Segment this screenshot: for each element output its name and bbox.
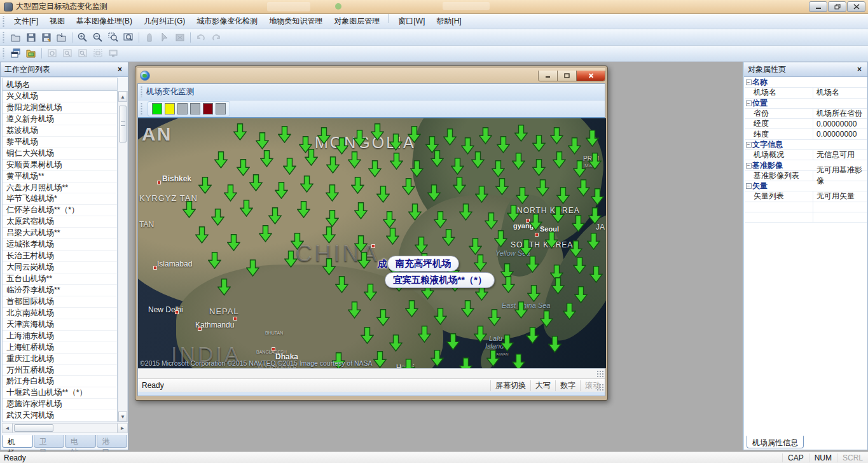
airport-arrow-marker[interactable] [233, 123, 247, 141]
airport-arrow-marker[interactable] [573, 160, 586, 177]
airport-arrow-marker[interactable] [389, 335, 403, 352]
airport-arrow-marker[interactable] [475, 186, 488, 203]
list-item[interactable]: 上海虹桥机场 [3, 342, 117, 354]
property-row[interactable]: 矢量列表无可用矢量 [745, 191, 867, 202]
list-item[interactable]: 兴义机场 [3, 91, 117, 102]
export-icon[interactable] [55, 31, 69, 44]
airport-arrow-marker[interactable] [492, 160, 505, 177]
menu-item-[interactable]: 视图 [44, 14, 71, 29]
redo-icon[interactable] [209, 31, 223, 44]
airport-arrow-marker[interactable] [297, 201, 310, 218]
airport-arrow-marker[interactable] [459, 357, 472, 368]
legend-swatch-3[interactable] [190, 103, 200, 114]
property-row[interactable]: 机场名机场名 [745, 88, 867, 98]
list-item[interactable]: 黔江舟白机场 [3, 376, 117, 387]
airport-arrow-marker[interactable] [527, 285, 541, 302]
airport-arrow-marker[interactable] [322, 258, 336, 275]
menu-item-G[interactable]: 几何纠正(G) [138, 14, 191, 29]
airport-arrow-marker[interactable] [275, 182, 288, 199]
airport-arrow-marker[interactable] [572, 215, 585, 232]
scroll-up-icon[interactable]: ▲ [118, 92, 127, 102]
scroll-down-icon[interactable]: ▼ [118, 411, 127, 422]
list-item[interactable]: 五台山机场** [3, 273, 117, 285]
airport-arrow-marker[interactable] [386, 228, 399, 245]
list-item[interactable]: 六盘水月照机场** [3, 183, 117, 194]
airport-arrow-marker[interactable] [322, 226, 336, 244]
toolbar-grip[interactable] [140, 103, 143, 114]
airport-arrow-marker[interactable] [415, 237, 428, 254]
airport-arrow-marker[interactable] [376, 309, 390, 326]
scroll-right-icon[interactable]: ► [117, 424, 127, 432]
list-item[interactable]: 吕梁大武机场** [3, 228, 117, 239]
list-item[interactable]: 运城张孝机场 [3, 239, 117, 251]
airport-arrow-marker[interactable] [569, 240, 582, 258]
airport-arrow-marker[interactable] [354, 202, 368, 219]
scroll-left-icon[interactable]: ◄ [3, 424, 13, 432]
airport-arrow-marker[interactable] [529, 214, 542, 231]
list-item[interactable]: 北京南苑机场 [3, 308, 117, 319]
window-fit-icon[interactable] [91, 47, 105, 60]
property-value[interactable]: 无可用矢量 [813, 191, 867, 202]
airport-arrow-marker[interactable] [335, 276, 348, 293]
list-item[interactable]: 恩施许家坪机场 [3, 399, 117, 410]
property-value[interactable]: 机场所在省份 [813, 108, 867, 119]
airport-arrow-marker[interactable] [371, 123, 384, 141]
list-item[interactable]: 天津滨海机场 [3, 319, 117, 331]
airport-arrow-marker[interactable] [514, 301, 528, 319]
window-zoom-icon[interactable] [60, 47, 74, 60]
list-item[interactable]: 黎平机场 [3, 137, 117, 148]
airport-arrow-marker[interactable] [494, 230, 507, 247]
airport-arrow-marker[interactable] [284, 251, 298, 268]
airport-arrow-marker[interactable] [573, 257, 586, 274]
airport-arrow-marker[interactable] [516, 187, 529, 204]
scrollbar-thumb[interactable] [119, 106, 127, 142]
child-close-button[interactable] [577, 71, 605, 81]
list-item[interactable]: 临汾乔李机场** [3, 285, 117, 296]
airport-arrow-marker[interactable] [586, 130, 599, 147]
airport-arrow-marker[interactable] [512, 354, 525, 368]
minimize-button[interactable] [809, 1, 827, 12]
airport-arrow-marker[interactable] [227, 234, 240, 251]
airport-arrow-marker[interactable] [326, 210, 339, 227]
open-icon[interactable] [9, 31, 23, 44]
airport-arrow-marker[interactable] [246, 259, 259, 277]
airport-arrow-marker[interactable] [459, 204, 472, 221]
menu-item-W[interactable]: 窗口[W] [392, 14, 431, 29]
airport-arrow-marker[interactable] [446, 333, 460, 350]
list-item[interactable]: 毕节飞雄机场* [3, 193, 117, 205]
menu-item-[interactable]: 城市影像变化检测 [191, 14, 263, 29]
property-value[interactable]: 机场名 [813, 87, 867, 98]
tab-airport-properties[interactable]: 机场属性信息 [747, 436, 804, 448]
property-row[interactable]: 基准影像列表无可用基准影像 [745, 171, 867, 181]
tab-[interactable]: 卫星... [34, 435, 65, 448]
airport-arrow-marker[interactable] [548, 336, 561, 353]
collapse-icon[interactable]: − [746, 79, 752, 85]
menu-item-F[interactable]: 文件[F] [8, 14, 44, 29]
airport-arrow-marker[interactable] [551, 206, 565, 223]
zoom-out-icon[interactable] [91, 31, 105, 44]
property-value[interactable]: 0.00000000 [813, 130, 867, 139]
airport-arrow-marker[interactable] [532, 159, 546, 176]
close-button[interactable] [847, 1, 865, 12]
horizontal-scrollbar[interactable]: ◄ ► [2, 423, 128, 433]
tab-[interactable]: 机场... [2, 435, 33, 448]
child-minimize-button[interactable] [539, 71, 558, 81]
pan-icon[interactable] [142, 31, 156, 44]
list-item[interactable]: 仁怀茅台机场**（*） [3, 205, 117, 216]
airport-arrow-marker[interactable] [500, 335, 514, 352]
airport-arrow-marker[interactable] [354, 235, 368, 252]
legend-swatch-4[interactable] [203, 103, 213, 114]
legend-swatch-1[interactable] [165, 103, 175, 114]
airport-arrow-marker[interactable] [431, 150, 444, 167]
list-item[interactable]: 安顺黄果树机场 [3, 160, 117, 171]
airport-arrow-marker[interactable] [532, 135, 546, 152]
airport-arrow-marker[interactable] [427, 184, 441, 202]
airport-arrow-marker[interactable] [563, 303, 576, 320]
airport-arrow-marker[interactable] [305, 149, 318, 166]
list-item[interactable]: 贵阳龙洞堡机场 [3, 102, 117, 114]
airport-arrow-marker[interactable] [453, 177, 466, 194]
airport-arrow-marker[interactable] [351, 177, 364, 194]
airport-arrow-marker[interactable] [591, 188, 604, 205]
airport-arrow-marker[interactable] [536, 179, 549, 197]
airport-arrow-marker[interactable] [357, 252, 371, 269]
